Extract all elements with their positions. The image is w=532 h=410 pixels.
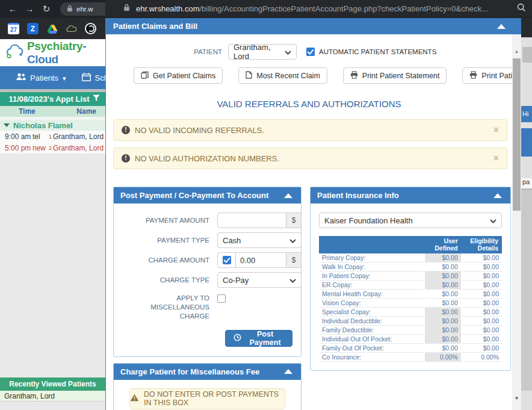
- recent-patient-name: Grantham, Lord: [4, 392, 55, 400]
- eligibility-value: $0.00: [462, 308, 502, 317]
- charge-type-label: CHARGE TYPE: [122, 276, 217, 285]
- app-title: Psychiatry-Cloud: [27, 40, 105, 66]
- info-icon: [122, 154, 130, 163]
- table-row: Family Out Of Pocket:$0.00$0.00: [319, 344, 502, 353]
- z-bookmark-icon[interactable]: Z: [27, 23, 39, 34]
- url-path: /billing/AccountingPracticePatientAccoun…: [200, 4, 488, 13]
- forward-icon[interactable]: →: [23, 0, 36, 18]
- row-label: Individual Out Of Pocket:: [319, 335, 424, 344]
- refresh-icon[interactable]: ↻: [40, 0, 53, 18]
- user-defined-value: $0.00: [424, 335, 461, 344]
- print-patient-statement-button[interactable]: Print Patient Statement: [343, 67, 447, 84]
- button-label: Most Recent Claim: [256, 72, 320, 80]
- scroll-up-icon[interactable]: [512, 49, 521, 54]
- logo-part-1: Psychiatry: [27, 40, 82, 52]
- patient-label: PATIENT: [169, 48, 222, 55]
- appt-patient-name: Grantham, Lord: [53, 144, 104, 152]
- left-column: Post Payment / Co-Payment To Account PAY…: [113, 187, 302, 410]
- charge-amount-checkbox[interactable]: [223, 256, 231, 264]
- panels-row: Post Payment / Co-Payment To Account PAY…: [113, 187, 512, 410]
- sidebar: Psychiatry-Cloud Patients Sched 11/08/20…: [0, 39, 105, 410]
- charge-type-value: Co-Pay: [223, 276, 249, 285]
- row-label: Specialist Copay:: [319, 308, 424, 317]
- page-edge-text-fragment: pa: [521, 178, 532, 188]
- user-defined-value: $0.00: [424, 253, 461, 262]
- omnibox-url-bar[interactable]: ehr.wrshealth.com/billing/AccountingPrac…: [105, 0, 532, 17]
- submit-row: Post Payment: [225, 330, 292, 347]
- post-payment-button[interactable]: Post Payment: [225, 330, 292, 347]
- chevron-down-icon: [63, 73, 66, 82]
- scrollbar-thumb[interactable]: [513, 58, 521, 211]
- patient-select[interactable]: Grantham, Lord: [228, 44, 297, 60]
- misc-fee-warning: DO NOT ENTER OR POST PAYMENTS IN THIS BO…: [129, 388, 285, 409]
- user-defined-value: $0.00: [424, 290, 461, 299]
- user-defined-header: UserDefined: [424, 236, 461, 253]
- charge-amount-row: CHARGE AMOUNT $: [122, 252, 292, 268]
- collapse-panel-icon[interactable]: [284, 193, 292, 198]
- row-label: Co Insurance:: [319, 353, 424, 362]
- page-edge-button-fragment: Hi: [521, 106, 532, 122]
- get-patient-claims-button[interactable]: Get Patient Claims: [134, 67, 223, 84]
- apply-misc-checkbox[interactable]: [217, 294, 226, 303]
- appt-time: 5:00 pm: [5, 144, 32, 152]
- user-defined-value: $0.00: [424, 262, 461, 272]
- payment-type-value: Cash: [223, 236, 241, 245]
- calendar-bookmark-icon[interactable]: 27: [8, 23, 19, 34]
- appt-row[interactable]: 9:00 am tel 1 Grantham, Lord: [0, 131, 105, 142]
- modal-scrollbar: [512, 34, 521, 410]
- claims-actions-row: Get Patient Claims Most Recent Claim Pri…: [134, 67, 512, 84]
- page-edge-strip: Hi pa: [521, 18, 532, 410]
- clock-icon: [234, 334, 241, 343]
- payment-amount-input[interactable]: [217, 213, 286, 228]
- recently-viewed-patient[interactable]: Grantham, Lord: [0, 391, 105, 402]
- automatic-statements-checkbox[interactable]: [306, 48, 315, 56]
- most-recent-claim-button[interactable]: Most Recent Claim: [238, 67, 327, 84]
- copy-icon: [141, 71, 149, 81]
- insurance-panel: Patient Insurance Info Kaiser Foundation…: [310, 187, 511, 371]
- user-defined-value: $0.00: [424, 308, 461, 317]
- appt-number: 1: [49, 134, 52, 140]
- insurance-body: Kaiser Foundation Health: [311, 203, 510, 370]
- filter-icon[interactable]: [93, 95, 100, 104]
- appt-row[interactable]: 5:00 pm new 2 Grantham, Lord: [0, 142, 105, 154]
- drive-bookmark-icon[interactable]: [46, 23, 58, 34]
- collapse-panel-icon[interactable]: [493, 193, 502, 198]
- user-defined-value: $0.00: [424, 317, 461, 326]
- insurance-title: Patient Insurance Info: [317, 191, 399, 200]
- collapse-panel-icon[interactable]: [497, 24, 506, 29]
- charge-type-select[interactable]: Co-Pay: [217, 272, 302, 288]
- button-label: Print Patient Statement: [362, 72, 440, 80]
- table-row: Family Deductible:$0.00$0.00: [319, 326, 502, 335]
- appt-list-columns: Time Name: [0, 106, 105, 117]
- charge-amount-input[interactable]: [235, 252, 286, 268]
- insurance-copay-table: UserDefined EligibilityDetails Primary C…: [319, 236, 502, 362]
- page-edge-block: [521, 128, 532, 157]
- table-row: Individual Deductible:$0.00$0.00: [319, 317, 502, 326]
- close-icon[interactable]: [493, 154, 499, 163]
- provider-group-row[interactable]: Nicholas Flamel: [0, 120, 105, 131]
- search-icon[interactable]: [517, 3, 526, 14]
- collapse-panel-icon[interactable]: [284, 369, 292, 374]
- button-label: Get Patient Claims: [153, 72, 215, 80]
- insurance-plan-select[interactable]: Kaiser Foundation Health: [319, 213, 502, 228]
- charge-amount-checkbox-addon: [217, 252, 235, 268]
- nav-item-schedule[interactable]: Sched: [74, 73, 105, 83]
- row-label: Vision Copay:: [319, 299, 424, 308]
- close-icon[interactable]: [493, 125, 499, 135]
- appt-list-title: 11/08/2023's Appt List: [5, 95, 93, 104]
- provider-name: Nicholas Flamel: [13, 121, 73, 130]
- misc-fee-body: DO NOT ENTER OR POST PAYMENTS IN THIS BO…: [114, 388, 301, 410]
- insurance-plan-value: Kaiser Foundation Health: [324, 216, 413, 225]
- scroll-down-icon[interactable]: [512, 396, 521, 401]
- nav-schedule-label: Sched: [95, 73, 105, 82]
- eligibility-value: $0.00: [462, 326, 502, 335]
- circle-bookmark-icon[interactable]: [85, 23, 96, 34]
- sidebar-filler: [0, 154, 105, 377]
- cloud-bookmark-icon[interactable]: [66, 23, 77, 34]
- col-name-label: Name: [76, 107, 96, 116]
- nav-item-patients[interactable]: Patients: [8, 73, 74, 82]
- table-row: Specialist Copay:$0.00$0.00: [319, 308, 502, 317]
- main-nav: Patients Sched: [0, 66, 105, 89]
- back-icon[interactable]: ←: [6, 0, 19, 18]
- payment-type-select[interactable]: Cash: [217, 232, 302, 248]
